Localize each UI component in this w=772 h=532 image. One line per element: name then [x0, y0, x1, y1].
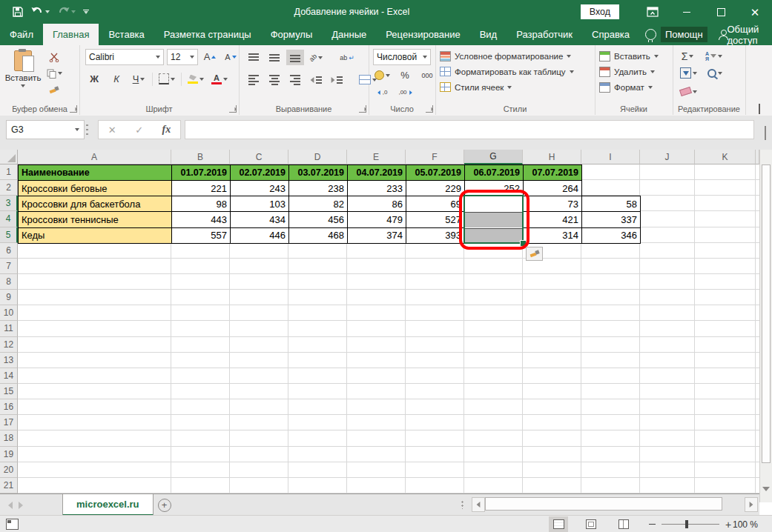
vertical-scrollbar[interactable] — [759, 150, 772, 502]
align-middle-button[interactable] — [265, 50, 283, 65]
customize-qat-icon[interactable] — [83, 10, 89, 14]
column-header-E[interactable]: E — [347, 150, 406, 164]
cell-I3[interactable]: 58 — [581, 196, 641, 212]
cell-C3[interactable]: 103 — [230, 196, 289, 212]
row-header-11[interactable]: 11 — [0, 321, 18, 336]
cell-H1[interactable]: 07.07.2019 — [523, 164, 582, 181]
new-sheet-button[interactable]: + — [154, 494, 176, 516]
number-format-select[interactable]: Числовой — [373, 49, 431, 65]
cell-styles-button[interactable]: Стили ячеек — [435, 79, 595, 95]
row-header-7[interactable]: 7 — [0, 259, 18, 274]
clipboard-dialog-launcher-icon[interactable] — [70, 105, 77, 113]
macro-record-icon[interactable] — [6, 519, 19, 530]
zoom-level[interactable]: 100 % — [733, 519, 758, 530]
formula-bar-resize-handle[interactable] — [86, 123, 88, 135]
row-header-19[interactable]: 19 — [0, 447, 18, 462]
copy-button[interactable] — [46, 66, 62, 81]
cell-B4[interactable]: 443 — [171, 211, 231, 227]
align-top-button[interactable] — [245, 50, 263, 65]
tab-Главная[interactable]: Главная — [43, 24, 99, 45]
row-header-4[interactable]: 4 — [0, 211, 18, 227]
name-box-dropdown-icon[interactable] — [75, 128, 79, 131]
alignment-dialog-launcher-icon[interactable] — [359, 105, 366, 113]
decrease-font-button[interactable]: A — [222, 49, 240, 64]
column-header-G[interactable]: G — [464, 150, 523, 164]
tabbar-resize-handle[interactable] — [461, 500, 463, 509]
align-center-button[interactable] — [265, 72, 283, 87]
cell-E1[interactable]: 04.07.2019 — [347, 164, 406, 181]
zoom-out-icon[interactable] — [649, 524, 656, 525]
paste-dropdown-icon[interactable] — [21, 84, 25, 87]
cell-D1[interactable]: 03.07.2019 — [288, 164, 348, 181]
cell-C2[interactable]: 243 — [230, 180, 289, 196]
page-break-view-button[interactable] — [614, 516, 633, 532]
cut-button[interactable] — [46, 50, 62, 64]
redo-icon[interactable] — [57, 7, 76, 17]
column-header-H[interactable]: H — [523, 150, 581, 164]
column-header-B[interactable]: B — [171, 150, 230, 164]
row-header-12[interactable]: 12 — [0, 337, 18, 353]
cell-E3[interactable]: 86 — [347, 196, 406, 212]
increase-decimal-button[interactable]: ,0 — [373, 84, 391, 100]
ribbon-display-options-icon[interactable] — [636, 0, 670, 24]
cell-D4[interactable]: 456 — [288, 211, 348, 227]
normal-view-button[interactable] — [549, 516, 568, 532]
row-header-13[interactable]: 13 — [0, 353, 18, 368]
insert-options-button[interactable] — [526, 247, 543, 261]
cell-H5[interactable]: 314 — [523, 227, 582, 244]
cell-F1[interactable]: 05.07.2019 — [406, 164, 465, 181]
cell-A3[interactable]: Кроссовки для баскетбола — [18, 196, 172, 212]
row-header-18[interactable]: 18 — [0, 430, 18, 446]
assistant-label[interactable]: Помощн — [661, 27, 707, 42]
cell-G1[interactable]: 06.07.2019 — [464, 164, 524, 181]
cell-F4[interactable]: 527 — [406, 211, 465, 227]
autosum-button[interactable]: Σ — [679, 48, 696, 64]
align-left-button[interactable] — [245, 72, 263, 87]
cell-E5[interactable]: 374 — [347, 227, 406, 244]
scroll-down-icon[interactable] — [762, 491, 770, 499]
row-header-8[interactable]: 8 — [0, 274, 18, 290]
cell-F3[interactable]: 69 — [406, 196, 465, 212]
increase-font-button[interactable]: A — [201, 49, 219, 64]
increase-indent-button[interactable] — [328, 72, 346, 87]
currency-format-button[interactable] — [373, 67, 392, 83]
paste-button[interactable]: Вставить — [4, 48, 42, 103]
row-header-6[interactable]: 6 — [0, 243, 18, 259]
percent-format-button[interactable]: % — [396, 67, 414, 83]
font-color-button[interactable]: А — [210, 71, 229, 87]
cell-B3[interactable]: 98 — [171, 196, 231, 212]
scroll-up-icon[interactable] — [762, 153, 770, 161]
cell-D2[interactable]: 238 — [288, 180, 348, 196]
thousands-format-button[interactable]: 000 — [418, 67, 436, 83]
find-select-button[interactable] — [706, 65, 724, 81]
share-button[interactable]: Общий доступ — [718, 24, 772, 45]
cell-B2[interactable]: 221 — [171, 180, 231, 196]
row-header-2[interactable]: 2 — [0, 180, 18, 196]
number-dialog-launcher-icon[interactable] — [426, 105, 433, 113]
conditional-formatting-button[interactable]: Условное форматирование — [435, 48, 595, 64]
insert-function-icon[interactable]: fx — [162, 124, 171, 136]
close-button[interactable]: ✕ — [738, 0, 772, 24]
cell-H4[interactable]: 421 — [523, 211, 582, 227]
row-header-15[interactable]: 15 — [0, 384, 18, 399]
login-button[interactable]: Вход — [581, 4, 619, 19]
insert-cells-button[interactable]: Вставить — [595, 48, 673, 64]
cell-B5[interactable]: 557 — [171, 227, 231, 244]
zoom-slider[interactable] — [662, 524, 719, 525]
row-header-14[interactable]: 14 — [0, 368, 18, 384]
minimize-button[interactable] — [670, 0, 704, 24]
scroll-right-button[interactable] — [745, 497, 758, 512]
underline-button[interactable]: Ч — [130, 71, 148, 87]
cell-F5[interactable]: 393 — [406, 227, 465, 244]
sheet-tab[interactable]: microexcel.ru — [62, 494, 154, 516]
sort-filter-button[interactable]: АЯ — [704, 48, 724, 64]
formula-input[interactable] — [185, 120, 754, 139]
tab-Разметка страницы[interactable]: Разметка страницы — [154, 24, 261, 45]
decrease-indent-button[interactable] — [307, 72, 325, 87]
undo-icon[interactable] — [31, 7, 50, 17]
select-all-corner[interactable] — [0, 150, 18, 164]
collapse-ribbon-button[interactable] — [759, 104, 765, 110]
tab-Формулы[interactable]: Формулы — [261, 24, 323, 45]
format-cells-button[interactable]: Формат — [595, 79, 673, 95]
column-header-I[interactable]: I — [581, 150, 640, 164]
